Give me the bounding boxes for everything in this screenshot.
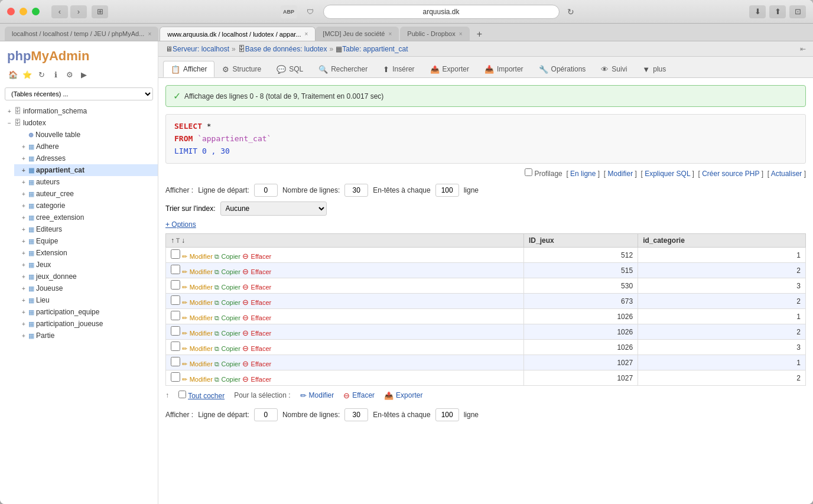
row-edit-icon-8[interactable]: ✏ bbox=[182, 376, 187, 383]
expand-icon-participation-equipe[interactable]: + bbox=[19, 307, 28, 317]
browser-tab-3-close[interactable]: × bbox=[388, 31, 392, 37]
row-delete-icon-2[interactable]: ⊖ bbox=[242, 282, 249, 291]
bottom-modifier-button[interactable]: ✏ Modifier bbox=[300, 391, 334, 400]
expand-icon-editeurs[interactable]: + bbox=[19, 225, 28, 234]
row-effacer-link-5[interactable]: Effacer bbox=[251, 330, 272, 337]
row-edit-icon-6[interactable]: ✏ bbox=[182, 345, 187, 352]
address-bar[interactable]: arquusia.dk bbox=[323, 5, 560, 19]
row-edit-icon-2[interactable]: ✏ bbox=[182, 284, 187, 291]
forward-button[interactable]: › bbox=[70, 5, 87, 18]
row-effacer-link-2[interactable]: Effacer bbox=[251, 284, 272, 291]
expand-icon-equipe[interactable]: + bbox=[19, 236, 28, 246]
row-effacer-link-0[interactable]: Effacer bbox=[251, 253, 272, 260]
row-modifier-link-3[interactable]: Modifier bbox=[190, 299, 213, 306]
share-button[interactable]: ⬆ bbox=[769, 5, 786, 18]
tab-structure[interactable]: ⚙ Structure bbox=[214, 61, 269, 77]
expand-icon-adhere[interactable]: + bbox=[19, 142, 28, 151]
refresh-icon[interactable]: ↻ bbox=[35, 69, 47, 80]
row-modifier-link-0[interactable]: Modifier bbox=[190, 253, 213, 260]
expand-icon-joueuse[interactable]: + bbox=[19, 284, 28, 293]
sidebar-item-editeurs[interactable]: + ▦ Editeurs bbox=[14, 223, 158, 235]
row-delete-icon-0[interactable]: ⊖ bbox=[242, 252, 249, 261]
row-checkbox-7[interactable] bbox=[171, 357, 180, 366]
arrow-up-icon[interactable]: ↑ bbox=[171, 236, 174, 245]
sidebar-item-nouvelle-table[interactable]: ⊕ Nouvelle table bbox=[14, 129, 158, 141]
row-edit-icon-0[interactable]: ✏ bbox=[182, 253, 187, 260]
row-checkbox-8[interactable] bbox=[171, 372, 180, 382]
row-modifier-link-7[interactable]: Modifier bbox=[190, 360, 213, 368]
row-copier-link-8[interactable]: Copier bbox=[222, 376, 240, 383]
settings-icon[interactable]: ⚙ bbox=[64, 69, 76, 80]
row-copy-icon-6[interactable]: ⧉ bbox=[214, 345, 219, 352]
row-modifier-link-8[interactable]: Modifier bbox=[190, 376, 213, 383]
ligne-depart-bottom-input[interactable] bbox=[254, 408, 278, 421]
row-delete-icon-3[interactable]: ⊖ bbox=[242, 298, 249, 307]
row-copier-link-5[interactable]: Copier bbox=[222, 330, 240, 337]
breadcrumb-db-link[interactable]: Base de données: ludotex bbox=[245, 45, 327, 53]
tout-cocher-checkbox[interactable] bbox=[178, 391, 186, 398]
sidebar-item-equipe[interactable]: + ▦ Equipe bbox=[14, 235, 158, 247]
row-modifier-link-4[interactable]: Modifier bbox=[190, 314, 213, 321]
row-delete-icon-6[interactable]: ⊖ bbox=[242, 344, 249, 353]
row-copy-icon-4[interactable]: ⧉ bbox=[214, 314, 219, 321]
row-checkbox-3[interactable] bbox=[171, 295, 180, 305]
bottom-effacer-button[interactable]: ⊖ Effacer bbox=[343, 391, 375, 400]
th-id-categorie[interactable]: id_categorie bbox=[638, 234, 806, 248]
sidebar-item-information-schema[interactable]: + 🗄 information_schema bbox=[0, 105, 158, 117]
row-copier-link-4[interactable]: Copier bbox=[222, 314, 240, 321]
browser-tab-2[interactable]: www.arquusia.dk / localhost / ludotex / … bbox=[160, 27, 316, 41]
breadcrumb-server-link[interactable]: Serveur: localhost bbox=[173, 45, 229, 53]
th-id-jeux[interactable]: ID_jeux bbox=[523, 234, 638, 248]
row-copier-link-2[interactable]: Copier bbox=[222, 284, 240, 291]
row-effacer-link-6[interactable]: Effacer bbox=[251, 345, 272, 352]
row-copy-icon-3[interactable]: ⧉ bbox=[214, 299, 219, 306]
row-delete-icon-4[interactable]: ⊖ bbox=[242, 313, 249, 322]
row-delete-icon-1[interactable]: ⊖ bbox=[242, 267, 249, 276]
expand-icon-participation-joueuse[interactable]: + bbox=[19, 319, 28, 329]
row-effacer-link-8[interactable]: Effacer bbox=[251, 376, 272, 383]
shield-icon[interactable]: 🛡 bbox=[302, 5, 318, 18]
tab-exporter[interactable]: 📤 Exporter bbox=[422, 61, 477, 77]
nombre-lignes-input[interactable] bbox=[344, 184, 368, 197]
sidebar-item-jeux[interactable]: + ▦ Jeux bbox=[14, 259, 158, 271]
row-copy-icon-2[interactable]: ⧉ bbox=[214, 284, 219, 291]
sidebar-item-appartient-cat[interactable]: + ▦ appartient_cat bbox=[14, 164, 158, 176]
browser-tab-1-close[interactable]: × bbox=[148, 31, 151, 37]
expand-icon-categorie[interactable]: + bbox=[19, 201, 28, 210]
row-modifier-link-2[interactable]: Modifier bbox=[190, 284, 213, 291]
sidebar-item-cree-extension[interactable]: + ▦ cree_extension bbox=[14, 212, 158, 223]
expand-icon-jeux-donnee[interactable]: + bbox=[19, 272, 28, 281]
sidebar-item-lieu[interactable]: + ▦ Lieu bbox=[14, 294, 158, 306]
row-checkbox-5[interactable] bbox=[171, 326, 180, 336]
back-button[interactable]: ‹ bbox=[51, 5, 68, 18]
expand-icon-extension[interactable]: + bbox=[19, 248, 28, 258]
row-copy-icon-1[interactable]: ⧉ bbox=[214, 268, 219, 275]
ligne-depart-input[interactable] bbox=[254, 184, 278, 197]
row-checkbox-0[interactable] bbox=[171, 249, 180, 259]
row-checkbox-1[interactable] bbox=[171, 265, 180, 274]
row-edit-icon-5[interactable]: ✏ bbox=[182, 330, 187, 337]
profilage-checkbox[interactable] bbox=[525, 168, 532, 176]
row-checkbox-2[interactable] bbox=[171, 280, 180, 290]
bottom-exporter-button[interactable]: 📤 Exporter bbox=[384, 391, 422, 400]
row-modifier-link-1[interactable]: Modifier bbox=[190, 268, 213, 275]
recent-tables-select[interactable]: (Tables récentes) ... bbox=[5, 87, 153, 100]
window-arrange-button[interactable]: ⊞ bbox=[92, 5, 108, 18]
menu-button[interactable]: ⊡ bbox=[789, 5, 806, 18]
row-copy-icon-8[interactable]: ⧉ bbox=[214, 376, 219, 383]
row-effacer-link-3[interactable]: Effacer bbox=[251, 299, 272, 306]
sidebar-item-extension[interactable]: + ▦ Extension bbox=[14, 247, 158, 259]
close-button[interactable] bbox=[7, 8, 15, 15]
browser-tab-2-close[interactable]: × bbox=[304, 31, 308, 37]
tab-inserer[interactable]: ⬆ Insérer bbox=[375, 61, 422, 77]
row-edit-icon-3[interactable]: ✏ bbox=[182, 299, 187, 306]
browser-tab-4-close[interactable]: × bbox=[459, 31, 463, 37]
star-icon[interactable]: ⭐ bbox=[21, 69, 33, 80]
row-copier-link-1[interactable]: Copier bbox=[222, 268, 240, 275]
row-copier-link-3[interactable]: Copier bbox=[222, 299, 240, 306]
sidebar-item-ludotex[interactable]: − 🗄 ludotex bbox=[0, 117, 158, 129]
actualiser-link[interactable]: Actualiser bbox=[771, 170, 802, 178]
maximize-button[interactable] bbox=[32, 8, 40, 15]
browser-tab-3[interactable]: [MCD] Jeu de société × bbox=[316, 27, 399, 41]
options-link[interactable]: + Options bbox=[165, 220, 806, 229]
